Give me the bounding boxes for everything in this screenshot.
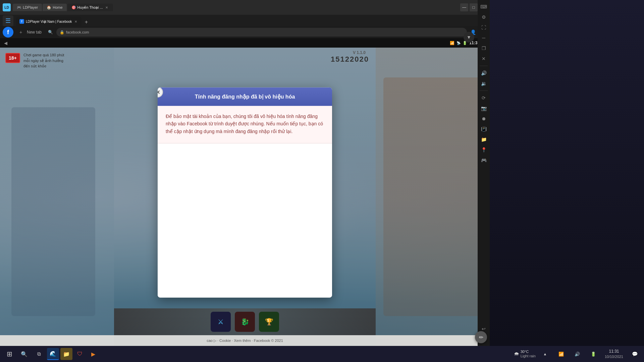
- screenshot-icon[interactable]: 📷: [479, 104, 488, 113]
- taskbar-search-btn[interactable]: 🔍: [17, 347, 31, 361]
- huyenthoai-tab-close[interactable]: ✕: [104, 5, 109, 10]
- divider-2: [480, 90, 488, 91]
- content-footer: cao ▷ · Cookie · Xem thêm · Facebook © 2…: [0, 335, 490, 346]
- notification-center-btn[interactable]: 💬: [628, 347, 641, 361]
- window-restore-icon[interactable]: ❐: [479, 44, 488, 53]
- keyboard-icon[interactable]: ⌨: [479, 2, 488, 11]
- taskbar-antivirus-btn[interactable]: 🛡: [74, 348, 86, 360]
- ldplayer-right-sidebar: ⌨ ⚙ ⛶ ─ ❐ ✕ 🔊 🔉 ⟳ 📷 ⏺ 📳 📁 📍 🎮 ↩ ⬆: [478, 0, 490, 346]
- clock-widget[interactable]: 11:31 10/10/2021: [603, 349, 625, 359]
- home-tab-icon: 🏠: [47, 5, 51, 10]
- huyenthoai-tab-icon: 🎯: [71, 5, 76, 10]
- volume-down-icon[interactable]: 🔉: [479, 79, 488, 88]
- network-icon-btn[interactable]: 📶: [554, 347, 568, 361]
- ldplayer-titlebar: LD 🎮 LDPlayer 🏠 Home 🎯 Huyền Thoại ... ✕…: [0, 0, 490, 15]
- browser-tabbar: ☰ f LDPlayer Việt Nam | Facebook ✕ +: [0, 15, 490, 26]
- task-view-btn[interactable]: ⧉: [32, 347, 46, 361]
- bottom-game-banner: ⚔ 🐉 🏆: [114, 308, 376, 335]
- lock-icon: 🔒: [60, 30, 64, 35]
- age-restriction-badge: 18+: [5, 53, 20, 63]
- location-icon[interactable]: 📍: [479, 145, 488, 155]
- ldplayer-logo: LD: [3, 3, 11, 11]
- taskbar-edge-btn[interactable]: 🌊: [47, 348, 59, 360]
- weather-icon: 🌧: [514, 351, 519, 357]
- record-icon[interactable]: ⏺: [479, 114, 488, 123]
- login-disabled-dialog: ✕ Tính năng đăng nhập đã bị vô hiệu hóa …: [158, 87, 332, 298]
- fb-tab-label: LDPlayer Việt Nam | Facebook: [26, 20, 72, 23]
- ldplayer-tab-ldplayer[interactable]: 🎮 LDPlayer: [13, 4, 42, 11]
- taskbar-files-btn[interactable]: 📁: [60, 348, 72, 360]
- search-btn[interactable]: 🔍: [46, 28, 54, 36]
- health-warning: Chơi game quá 180 phút mỗi ngày sẽ ảnh h…: [23, 52, 64, 69]
- shake-icon[interactable]: 📳: [479, 124, 488, 134]
- modal-header: Tính năng đăng nhập đã bị vô hiệu hóa: [158, 87, 332, 106]
- sidebar-toggle-btn[interactable]: ☰: [3, 15, 13, 26]
- right-panel-bg: [490, 0, 644, 346]
- ldplayer-minimize-btn[interactable]: —: [460, 3, 468, 11]
- fullscreen-icon[interactable]: ⛶: [479, 23, 488, 32]
- home-tab-label: Home: [53, 5, 62, 9]
- huyenthoai-tab-label: Huyền Thoại ...: [77, 5, 103, 10]
- browser-navbar: f + New tab 🔍 🔒 👤 ⋯: [0, 26, 490, 38]
- taskbar-system-tray: 🌧 30°C Light rain ▲ 📶 🔊 🔋 11:31 10/10/20…: [514, 347, 641, 361]
- battery-status-btn[interactable]: 🔋: [587, 347, 600, 361]
- taskbar-date: 10/10/2021: [605, 354, 623, 359]
- settings-gear-icon[interactable]: ⚙: [479, 12, 488, 22]
- date-stamp: 15122020: [331, 55, 369, 64]
- volume-up-icon[interactable]: 🔊: [479, 68, 488, 78]
- ldplayer-tabs: 🎮 LDPlayer 🏠 Home 🎯 Huyền Thoại ... ✕: [13, 4, 113, 11]
- ldplayer-tab-huyenthoai[interactable]: 🎯 Huyền Thoại ... ✕: [67, 4, 113, 11]
- rotate-screen-icon[interactable]: ⟳: [479, 93, 488, 103]
- new-tab-label-text: New tab: [27, 30, 42, 35]
- fb-tab-close-btn[interactable]: ✕: [73, 19, 78, 24]
- weather-desc: Light rain: [521, 354, 536, 358]
- game-icon-3[interactable]: 🏆: [259, 312, 279, 332]
- app-content: 18+ Chơi game quá 180 phút mỗi ngày sẽ ả…: [0, 48, 490, 346]
- gamepad-icon[interactable]: 🎮: [479, 156, 488, 165]
- new-tab-icon-btn[interactable]: +: [17, 28, 25, 36]
- android-back-btn[interactable]: ◀: [4, 41, 7, 46]
- game-icon-1[interactable]: ⚔: [211, 312, 231, 332]
- window-minimize-icon[interactable]: ─: [479, 33, 488, 43]
- modal-overlay[interactable]: ✕ Tính năng đăng nhập đã bị vô hiệu hóa …: [0, 48, 490, 346]
- divider-1: [480, 66, 488, 66]
- ldplayer-window: LD 🎮 LDPlayer 🏠 Home 🎯 Huyền Thoại ... ✕…: [0, 0, 490, 346]
- ldplayer-tab-label: LDPlayer: [23, 5, 38, 9]
- temperature: 30°C: [521, 350, 536, 354]
- modal-body: Để bảo mật tài khoản của bạn, chúng tôi …: [158, 106, 332, 143]
- volume-icon-btn[interactable]: 🔊: [571, 347, 584, 361]
- dropdown-arrow-btn[interactable]: ▼: [464, 32, 474, 43]
- wifi-icon: 📶: [450, 41, 454, 45]
- ldplayer-tab-home[interactable]: 🏠 Home: [43, 4, 66, 11]
- new-tab-button[interactable]: +: [82, 18, 90, 26]
- url-input[interactable]: [66, 30, 464, 34]
- float-edit-btn[interactable]: ✏: [475, 331, 487, 343]
- modal-body-text: Để bảo mật tài khoản của bạn, chúng tôi …: [166, 113, 324, 135]
- window-close-icon[interactable]: ✕: [479, 54, 488, 63]
- start-button[interactable]: ⊞: [3, 347, 16, 361]
- taskbar-time: 11:31: [605, 349, 623, 354]
- show-hidden-icons-btn[interactable]: ▲: [538, 347, 552, 361]
- modal-content-area: [158, 143, 332, 298]
- fb-favicon: f: [19, 19, 24, 24]
- folder-icon[interactable]: 📁: [479, 135, 488, 144]
- browser-tab-facebook[interactable]: f LDPlayer Việt Nam | Facebook ✕: [16, 17, 82, 26]
- address-bar[interactable]: 🔒: [56, 28, 467, 37]
- facebook-logo-avatar: f: [3, 27, 13, 38]
- ldplayer-maximize-btn[interactable]: □: [470, 3, 478, 11]
- game-version: V 1.1.0: [353, 50, 366, 55]
- windows-taskbar: ⊞ 🔍 ⧉ 🌊 📁 🛡 ▶ 🌧 30°C Light rain ▲ 📶 🔊 🔋: [0, 346, 644, 362]
- game-icon-2[interactable]: 🐉: [235, 312, 255, 332]
- taskbar-pot-btn[interactable]: ▶: [87, 348, 99, 360]
- weather-widget[interactable]: 🌧 30°C Light rain: [514, 350, 536, 358]
- android-statusbar: ◀ 📶 📡 🔋 11:31 ⚙: [0, 38, 490, 48]
- modal-title-text: Tính năng đăng nhập đã bị vô hiệu hóa: [195, 94, 295, 100]
- right-dark-panel: [490, 0, 644, 346]
- signal-icon: 📡: [457, 41, 461, 45]
